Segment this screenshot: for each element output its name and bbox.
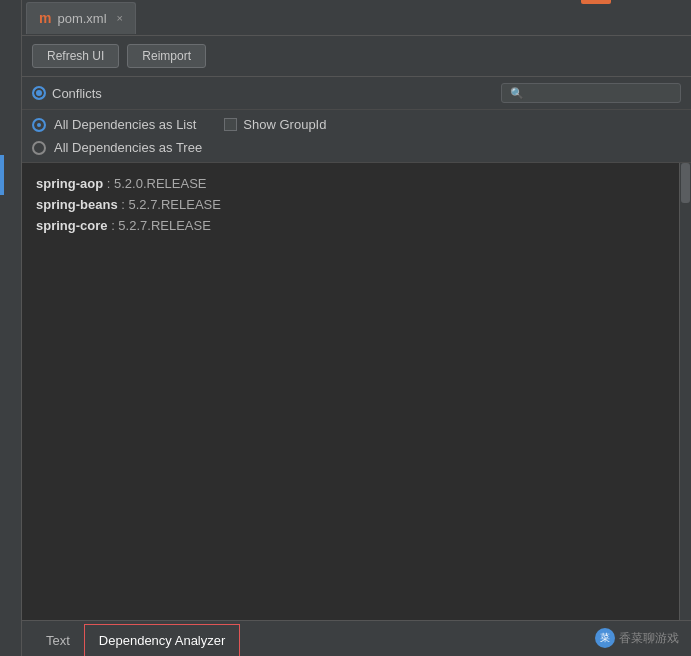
tab-dependency-analyzer[interactable]: Dependency Analyzer — [84, 624, 240, 656]
dep-version: : 5.2.7.RELEASE — [118, 197, 221, 212]
content-area: spring-aop : 5.2.0.RELEASEspring-beans :… — [22, 163, 691, 620]
all-deps-list-radio[interactable] — [32, 118, 46, 132]
toolbar: Refresh UI Reimport — [22, 36, 691, 77]
watermark-label: 香菜聊游戏 — [619, 630, 679, 647]
tab-filename: pom.xml — [57, 11, 106, 26]
left-sidebar — [0, 0, 22, 656]
conflicts-radio-group: Conflicts — [32, 86, 102, 101]
maven-icon: m — [39, 10, 51, 26]
conflicts-row: Conflicts 🔍 — [22, 77, 691, 110]
dep-name: spring-beans — [36, 197, 118, 212]
top-accent-decoration — [581, 0, 611, 4]
all-deps-tree-label: All Dependencies as Tree — [54, 140, 202, 155]
all-deps-tree-radio[interactable] — [32, 141, 46, 155]
dep-name: spring-aop — [36, 176, 103, 191]
tab-bar: m pom.xml × — [22, 0, 691, 36]
dep-version: : 5.2.0.RELEASE — [103, 176, 206, 191]
dependency-list: spring-aop : 5.2.0.RELEASEspring-beans :… — [22, 163, 679, 620]
list-item: spring-beans : 5.2.7.RELEASE — [36, 194, 665, 215]
tab-dependency-analyzer-label: Dependency Analyzer — [99, 633, 225, 648]
show-groupid-checkbox[interactable] — [224, 118, 237, 131]
search-icon: 🔍 — [510, 87, 524, 100]
list-item: spring-core : 5.2.7.RELEASE — [36, 215, 665, 236]
tab-text-label: Text — [46, 633, 70, 648]
reimport-button[interactable]: Reimport — [127, 44, 206, 68]
all-deps-list-label: All Dependencies as List — [54, 117, 196, 132]
watermark-icon: 菜 — [595, 628, 615, 648]
bottom-tab-bar: Text Dependency Analyzer 菜 香菜聊游戏 — [22, 620, 691, 656]
pom-xml-tab[interactable]: m pom.xml × — [26, 2, 136, 34]
conflicts-label: Conflicts — [52, 86, 102, 101]
watermark: 菜 香菜聊游戏 — [595, 628, 679, 648]
show-groupid-label: Show GroupId — [243, 117, 326, 132]
refresh-ui-button[interactable]: Refresh UI — [32, 44, 119, 68]
close-tab-button[interactable]: × — [117, 12, 123, 24]
search-input[interactable] — [529, 86, 672, 100]
show-groupid-group: Show GroupId — [224, 117, 326, 132]
dep-version: : 5.2.7.RELEASE — [108, 218, 211, 233]
scrollbar-thumb[interactable] — [681, 163, 690, 203]
all-deps-tree-row: All Dependencies as Tree — [32, 137, 681, 158]
scrollbar-track[interactable] — [679, 163, 691, 620]
left-sidebar-accent — [0, 155, 4, 195]
all-deps-list-row: All Dependencies as List Show GroupId — [32, 114, 681, 135]
conflicts-radio[interactable] — [32, 86, 46, 100]
search-box[interactable]: 🔍 — [501, 83, 681, 103]
dep-name: spring-core — [36, 218, 108, 233]
dependency-options: All Dependencies as List Show GroupId Al… — [22, 110, 691, 163]
tab-text[interactable]: Text — [32, 624, 84, 656]
list-item: spring-aop : 5.2.0.RELEASE — [36, 173, 665, 194]
